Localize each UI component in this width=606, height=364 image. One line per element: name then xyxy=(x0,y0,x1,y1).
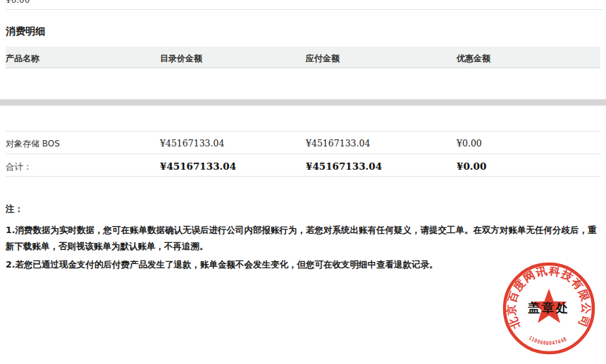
row-divider xyxy=(6,153,600,154)
billing-detail-page: ¥0.00 消费明细 产品名称 目录价金额 应付金额 优惠金额 对象存储 BOS… xyxy=(0,0,606,364)
note-item-1: 1.消费数据为实时数据，您可在账单数据确认无误后进行公司内部报账行为，若您对系统… xyxy=(6,222,599,254)
column-header-payable: 应付金额 xyxy=(306,53,340,65)
seal-serial-number: 1100000047448 xyxy=(528,334,568,346)
cell-product-name: 对象存储 BOS xyxy=(6,138,60,150)
svg-text:1100000047448: 1100000047448 xyxy=(528,334,568,346)
total-payable: ¥45167133.04 xyxy=(306,161,382,172)
cell-list-price: ¥45167133.04 xyxy=(160,138,224,149)
table-bottom-divider xyxy=(6,176,600,177)
company-seal-stamp: 北京百度网讯科技有限公司 1100000047448 盖章处 xyxy=(493,252,605,364)
previous-section-amount: ¥0.00 xyxy=(6,0,30,5)
notes-title: 注： xyxy=(6,203,599,215)
top-divider xyxy=(6,9,603,10)
seal-here-label: 盖章处 xyxy=(528,301,570,315)
column-header-product-name: 产品名称 xyxy=(6,53,39,65)
total-label: 合计： xyxy=(6,161,32,173)
table-scrollbar-track[interactable] xyxy=(0,99,606,106)
column-header-discount: 优惠金额 xyxy=(457,53,490,65)
cell-discount: ¥0.00 xyxy=(457,138,482,149)
row-divider xyxy=(6,131,600,132)
total-list-price: ¥45167133.04 xyxy=(160,161,236,172)
total-discount: ¥0.00 xyxy=(457,161,486,172)
cell-payable: ¥45167133.04 xyxy=(306,138,370,149)
column-header-list-price: 目录价金额 xyxy=(160,53,202,65)
section-title: 消费明细 xyxy=(6,25,45,38)
table-header-row xyxy=(6,46,600,68)
